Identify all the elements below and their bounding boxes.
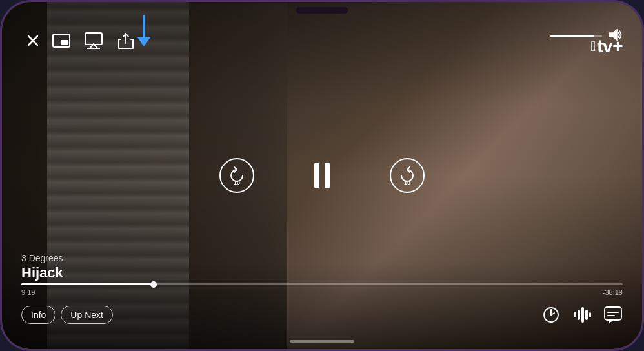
bottom-controls-bar: Info Up Next [21,305,623,325]
share-button[interactable] [116,30,136,51]
svg-rect-15 [585,310,588,320]
time-labels: 9:19 -38:19 [21,288,623,296]
apple-logo-icon:  [590,38,596,55]
pause-bar-right [325,163,330,188]
tv-plus-text: tv+ [597,37,623,55]
playback-speed-button[interactable] [541,305,561,325]
svg-point-11 [550,314,552,316]
pause-button[interactable] [306,159,338,192]
airplay-icon [85,32,103,49]
progress-thumb [150,281,157,288]
show-title: Hijack [21,265,63,281]
arrow-head [137,37,150,46]
progress-bar[interactable] [21,283,623,285]
svg-rect-12 [574,312,576,317]
bottom-right-icons [541,305,623,325]
rewind-label: 10 [234,179,240,186]
subtitles-button[interactable] [603,305,623,325]
forward-circle: 10 [390,158,425,193]
svg-rect-14 [581,307,584,323]
forward-button[interactable]: 10 [390,158,425,193]
volume-fill [550,35,594,37]
pip-icon [52,34,70,48]
svg-rect-13 [578,310,580,320]
pause-bar-left [314,163,319,188]
show-subtitle: 3 Degrees [21,253,63,263]
center-playback-controls: 10 10 [219,158,425,193]
svg-rect-16 [589,312,591,317]
svg-rect-17 [605,307,621,320]
close-icon [26,34,39,47]
close-button[interactable] [21,29,45,52]
up-next-button[interactable]: Up Next [61,306,113,324]
appletv-logo:  tv+ [590,37,623,55]
progress-fill [21,283,154,285]
info-button[interactable]: Info [21,306,55,324]
home-indicator[interactable] [290,340,354,343]
top-controls-bar [21,29,623,52]
remaining-time: -38:19 [603,288,623,296]
svg-rect-4 [85,33,102,45]
share-icon [117,32,134,50]
speed-icon [543,306,559,323]
rewind-button[interactable]: 10 [219,158,254,193]
current-time: 9:19 [21,288,35,296]
svg-rect-3 [61,40,68,45]
bottom-left-buttons: Info Up Next [21,306,113,324]
phone-frame:  tv+ 10 10 [0,0,644,351]
forward-label: 10 [404,179,410,186]
subtitles-icon [604,306,622,323]
pip-button[interactable] [51,30,72,51]
rewind-circle: 10 [219,158,254,193]
audio-wave-icon [573,306,591,323]
phone-notch [296,7,348,14]
audio-tracks-button[interactable] [572,305,592,325]
title-area: 3 Degrees Hijack [21,253,63,281]
airplay-indicator-arrow [137,15,150,46]
progress-container[interactable]: 9:19 -38:19 [21,283,623,296]
airplay-button[interactable] [83,30,104,51]
top-icon-group [51,30,136,51]
arrow-line [143,15,145,37]
